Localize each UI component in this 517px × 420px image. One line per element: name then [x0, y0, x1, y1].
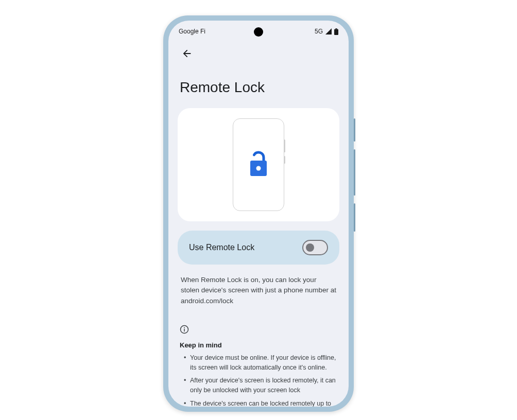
- list-item: After your device's screen is locked rem…: [183, 376, 337, 395]
- keep-in-mind-section: Keep in mind Your device must be online.…: [178, 325, 339, 407]
- list-item: Your device must be online. If your devi…: [183, 353, 337, 373]
- mock-phone-button: [284, 139, 285, 152]
- svg-rect-6: [184, 329, 185, 331]
- app-bar: [168, 39, 349, 68]
- phone-side-button: [354, 149, 355, 196]
- keep-in-mind-title: Keep in mind: [180, 341, 337, 349]
- status-right: 5G: [315, 28, 338, 35]
- svg-point-5: [184, 327, 185, 328]
- list-item: The device's screen can be locked remote…: [183, 399, 337, 407]
- svg-rect-1: [334, 29, 338, 35]
- phone-frame: Google Fi 5G Remote Lock: [163, 15, 354, 412]
- camera-hole: [254, 27, 263, 37]
- mock-phone-illustration: [233, 118, 284, 211]
- arrow-back-icon: [181, 48, 193, 59]
- phone-side-button: [354, 118, 355, 142]
- keep-in-mind-list: Your device must be online. If your devi…: [180, 353, 337, 407]
- toggle-label: Use Remote Lock: [189, 243, 254, 252]
- page-title: Remote Lock: [178, 79, 339, 96]
- svg-point-3: [256, 166, 261, 171]
- phone-side-button: [354, 203, 355, 232]
- description-text: When Remote Lock is on, you can lock you…: [178, 273, 339, 308]
- svg-rect-0: [336, 28, 337, 29]
- phone-screen: Google Fi 5G Remote Lock: [168, 21, 349, 407]
- unlock-icon: [246, 150, 271, 179]
- mock-phone-button: [284, 156, 285, 164]
- remote-lock-toggle[interactable]: [302, 240, 328, 255]
- carrier-label: Google Fi: [179, 28, 205, 35]
- signal-icon: [325, 28, 332, 34]
- hero-card: [178, 108, 339, 221]
- back-button[interactable]: [177, 43, 197, 64]
- toggle-card: Use Remote Lock: [178, 231, 339, 265]
- info-icon: [180, 325, 337, 336]
- switch-thumb: [306, 243, 314, 252]
- battery-icon: [334, 28, 338, 35]
- network-label: 5G: [315, 28, 323, 35]
- content: Remote Lock Use Remote Lock: [168, 68, 349, 407]
